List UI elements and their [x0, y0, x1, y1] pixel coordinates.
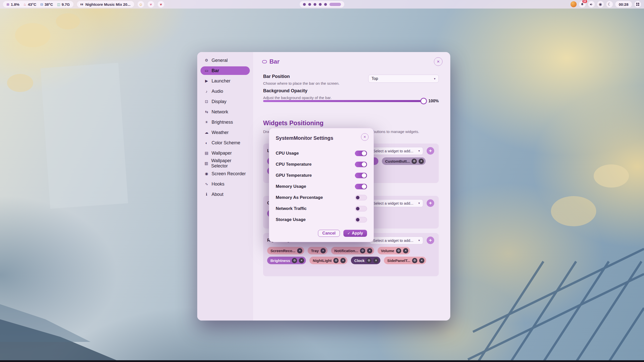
- workspace-dot[interactable]: [314, 3, 316, 6]
- widget-settings-icon[interactable]: ⚙: [412, 258, 417, 263]
- widget-chip-notifications[interactable]: Notification... ⚙ ×: [331, 247, 374, 254]
- background-opacity-slider[interactable]: [263, 100, 426, 102]
- workspace-dot[interactable]: [308, 3, 311, 6]
- toggle-label: GPU Temperature: [276, 173, 312, 178]
- toggle-row-memory-as-percentage: Memory As Percentage: [276, 192, 367, 203]
- workspace-dot[interactable]: [319, 3, 322, 6]
- cpu-temp-value: 43°C: [28, 2, 36, 7]
- workspace-active-pill[interactable]: [330, 3, 341, 6]
- screen-record-button[interactable]: ◉: [597, 1, 604, 8]
- widget-chip-clock[interactable]: Clock ⚙ ×: [351, 257, 380, 264]
- workspace-dot[interactable]: [303, 3, 306, 6]
- sidebar-item-color-scheme[interactable]: ◐ Color Scheme: [200, 139, 250, 147]
- widget-remove-icon[interactable]: ×: [373, 258, 379, 263]
- window-close-button[interactable]: ×: [434, 57, 442, 66]
- close-icon: ×: [437, 59, 439, 64]
- quick-button-heart-pink[interactable]: ♥: [148, 1, 154, 8]
- widget-chip-nightlight[interactable]: NightLight ⚙ ×: [309, 257, 347, 264]
- widget-chip-custombutton[interactable]: CustomButt... ⚙ ×: [382, 157, 426, 165]
- memory-stat: ◫ 9.7G: [57, 2, 70, 7]
- toggle-storage-usage[interactable]: [355, 217, 367, 222]
- widget-remove-icon[interactable]: ×: [367, 248, 372, 253]
- cpu-icon: ⊞: [7, 3, 9, 6]
- sidebar-item-label: About: [212, 192, 223, 197]
- widget-remove-icon[interactable]: ×: [297, 248, 302, 253]
- widget-settings-icon[interactable]: ⚙: [396, 248, 401, 253]
- add-widget-button[interactable]: +: [427, 199, 434, 207]
- sidebar-item-hooks[interactable]: ∿ Hooks: [200, 180, 250, 188]
- bar-position-select[interactable]: Top ▾: [368, 75, 439, 83]
- widget-chip-screenrecorder[interactable]: ScreenReco... ×: [267, 247, 304, 254]
- cancel-button[interactable]: Cancel: [318, 230, 340, 237]
- info-icon: ℹ: [204, 192, 209, 197]
- bar-position-description: Choose where to place the bar on the scr…: [263, 81, 340, 85]
- sidebar-item-display[interactable]: ⊡ Display: [200, 97, 250, 106]
- toggle-cpu-temperature[interactable]: [355, 162, 367, 167]
- widget-remove-icon[interactable]: ×: [403, 248, 408, 253]
- sidebar-item-general[interactable]: ⚙ General: [200, 56, 250, 65]
- widget-settings-icon[interactable]: ⚙: [366, 258, 372, 263]
- hook-icon: ∿: [204, 182, 209, 186]
- toggle-knob: [362, 151, 366, 156]
- apply-button[interactable]: ✓ Apply: [343, 230, 367, 237]
- launcher-icon: ▶: [204, 79, 209, 83]
- sidebar-item-launcher[interactable]: ▶ Launcher: [200, 77, 250, 85]
- night-light-button[interactable]: ☾: [606, 1, 613, 8]
- quick-button-heart-red[interactable]: ♥: [158, 1, 164, 8]
- pause-icon[interactable]: ▮▮: [80, 3, 84, 6]
- widget-settings-icon[interactable]: ⚙: [360, 248, 365, 253]
- notifications-button[interactable]: 10: [579, 1, 586, 8]
- toggle-knob: [362, 184, 366, 189]
- sidebar-item-brightness[interactable]: ☀ Brightness: [200, 118, 250, 126]
- widget-chip-label: ScreenReco...: [270, 249, 295, 253]
- sidebar-item-weather[interactable]: ☁ Weather: [200, 128, 250, 137]
- toggle-row-network-traffic: Network Traffic: [276, 203, 367, 214]
- system-stats-pill[interactable]: ⊞ 1.8% ♨ 43°C ⊟ 38°C ◫ 9.7G: [3, 1, 73, 8]
- app-launcher-button[interactable]: [634, 1, 641, 8]
- widget-remove-icon[interactable]: ×: [419, 258, 424, 263]
- media-player-pill[interactable]: ▮▮ Nightcore Music Mix 20...: [77, 1, 134, 8]
- widget-remove-icon[interactable]: ×: [320, 248, 326, 253]
- toggle-network-traffic[interactable]: [355, 206, 367, 211]
- toggle-memory-usage[interactable]: [355, 184, 367, 189]
- center-widgets-add-select[interactable]: Select a widget to add... ▾: [370, 199, 423, 207]
- toggle-gpu-temperature[interactable]: [355, 173, 367, 178]
- sidebar-item-about[interactable]: ℹ About: [200, 190, 250, 199]
- widget-settings-icon[interactable]: ⚙: [292, 258, 297, 263]
- toggle-memory-as-percentage[interactable]: [355, 195, 367, 200]
- tray-app-icon[interactable]: [571, 1, 577, 7]
- widget-settings-icon[interactable]: ⚙: [412, 159, 417, 164]
- widget-remove-icon[interactable]: ×: [419, 159, 424, 164]
- add-widget-button[interactable]: +: [427, 147, 434, 155]
- right-widgets-add-select[interactable]: Select a widget to add... ▾: [370, 237, 423, 244]
- widget-chip-brightness[interactable]: Brightness ⚙ ×: [267, 257, 306, 264]
- sidebar-item-wallpaper-selector[interactable]: ▥ Wallpaper Selector: [200, 159, 250, 168]
- sidebar-item-screen-recorder[interactable]: ◉ Screen Recorder: [200, 169, 250, 178]
- widget-chip-tray[interactable]: Tray ×: [308, 247, 328, 254]
- widget-settings-icon[interactable]: ⚙: [333, 258, 339, 263]
- sidebar-item-wallpaper[interactable]: ▤ Wallpaper: [200, 149, 250, 157]
- add-widget-button[interactable]: +: [427, 237, 434, 244]
- widget-remove-icon[interactable]: ×: [340, 258, 346, 263]
- slider-handle[interactable]: [420, 98, 427, 104]
- toggle-label: Network Traffic: [276, 206, 307, 211]
- toggle-row-memory-usage: Memory Usage: [276, 181, 367, 192]
- sidebar-item-audio[interactable]: ♪ Audio: [200, 87, 250, 96]
- widget-remove-icon[interactable]: ×: [299, 258, 304, 263]
- sidebar-item-bar[interactable]: ▭ Bar: [200, 66, 250, 75]
- modal-close-button[interactable]: ×: [361, 133, 369, 141]
- sidebar-item-label: Color Scheme: [212, 140, 240, 146]
- widget-chip-sidepaneltoggle[interactable]: SidePanelT... ⚙ ×: [384, 257, 426, 264]
- quick-button-smiley[interactable]: ☺: [138, 1, 144, 8]
- left-widgets-add-select[interactable]: Select a widget to add... ▾: [370, 147, 423, 155]
- sidebar-item-network[interactable]: ⇆ Network: [200, 108, 250, 116]
- widget-chip-label: Notification...: [334, 249, 358, 253]
- toggle-knob: [356, 196, 359, 199]
- toggle-cpu-usage[interactable]: [355, 151, 367, 156]
- workspace-dot[interactable]: [324, 3, 327, 6]
- widget-chip-volume[interactable]: Volume ⚙ ×: [378, 247, 410, 254]
- apply-label: Apply: [352, 231, 363, 236]
- bar-icon: ▭: [204, 68, 209, 73]
- volume-button[interactable]: [588, 1, 595, 8]
- clock[interactable]: 00:28: [615, 1, 632, 8]
